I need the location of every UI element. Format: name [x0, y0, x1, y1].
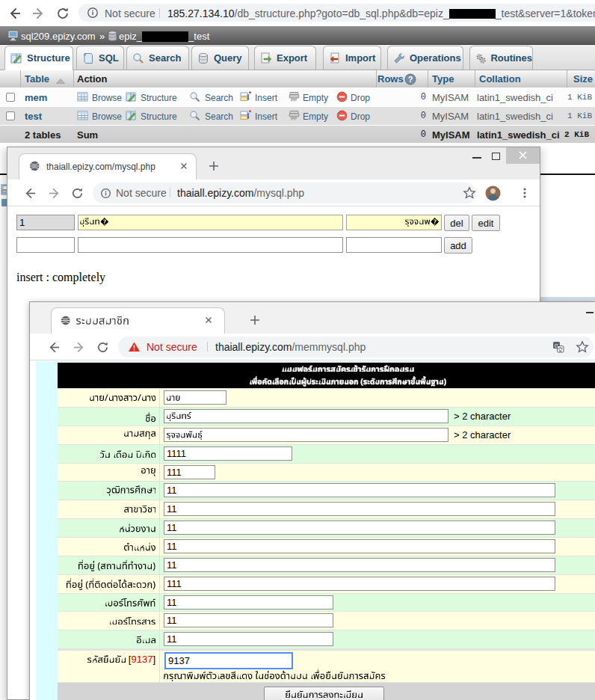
svg-text:?: ? [408, 75, 413, 84]
